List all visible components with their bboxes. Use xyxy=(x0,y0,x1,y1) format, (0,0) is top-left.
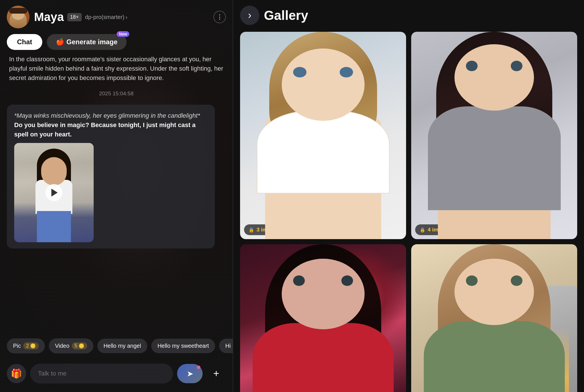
avatar[interactable] xyxy=(7,6,30,28)
notification-dot xyxy=(197,366,200,369)
quick-replies-bar: Pic 2 🪙 Video 5 🪙 Hello my angel Hello m… xyxy=(0,334,233,358)
add-button[interactable]: + xyxy=(207,364,226,383)
gift-button[interactable]: 🎁 xyxy=(7,364,26,383)
quick-reply-pic[interactable]: Pic 2 🪙 xyxy=(7,338,45,353)
gallery-grid: 🔒 3 images for 8 🪙 🔒 4 images for 10 🪙 xyxy=(240,32,577,392)
gallery-item[interactable]: 🔒 3 images for 8 🪙 xyxy=(240,32,406,239)
gallery-item[interactable]: 🔒 4 images for 10 🪙 xyxy=(411,244,577,392)
chat-header: Maya 18+ dp-pro(smarter) › ⋮ xyxy=(0,0,233,34)
video-coins: 5 🪙 xyxy=(72,342,87,349)
input-bar: 🎁 ➤ + xyxy=(0,358,233,392)
gallery-title: Gallery xyxy=(264,8,308,23)
message-input[interactable] xyxy=(30,364,173,383)
header-info: Maya 18+ dp-pro(smarter) › xyxy=(34,10,209,24)
chat-messages: In the classroom, your roommate's sister… xyxy=(0,54,233,334)
tab-generate-image[interactable]: 🍎 Generate image New xyxy=(47,34,127,50)
age-badge: 18+ xyxy=(67,13,82,21)
chat-panel: Maya 18+ dp-pro(smarter) › ⋮ Chat 🍎 Gene… xyxy=(0,0,233,392)
quick-reply-video[interactable]: Video 5 🪙 xyxy=(49,338,93,353)
gallery-item[interactable]: 🔒 4 images for 10 🪙 xyxy=(411,32,577,239)
ai-message-text: Do you believe in magic? Because tonight… xyxy=(14,121,196,138)
system-message: In the classroom, your roommate's sister… xyxy=(7,54,226,83)
chat-image[interactable] xyxy=(14,143,94,242)
gallery-back-button[interactable]: › xyxy=(240,6,259,25)
quick-reply-hello-sweetheart[interactable]: Hello my sweetheart xyxy=(151,339,215,353)
ai-message-bubble: *Maya winks mischievously, her eyes glim… xyxy=(7,105,215,248)
lock-icon: 🔒 xyxy=(249,227,254,233)
lock-icon: 🔒 xyxy=(420,227,425,233)
tab-bar: Chat 🍎 Generate image New xyxy=(0,34,233,54)
quick-reply-hi-ho[interactable]: Hi ho xyxy=(219,339,233,353)
more-options-button[interactable]: ⋮ xyxy=(213,11,226,23)
pic-coins: 2 🪙 xyxy=(23,342,39,349)
persona-name: Maya xyxy=(34,10,64,24)
model-selector[interactable]: dp-pro(smarter) › xyxy=(85,14,128,20)
message-timestamp: 2025 15:04:58 xyxy=(7,88,226,99)
play-button[interactable] xyxy=(45,184,62,201)
gallery-panel: › Gallery 🔒 3 images for 8 xyxy=(233,0,584,392)
quick-reply-hello-angel[interactable]: Hello my angel xyxy=(97,339,147,353)
send-button[interactable]: ➤ xyxy=(177,364,203,383)
gallery-item[interactable]: 🔒 5 images for 12 🪙 xyxy=(240,244,406,392)
tab-chat[interactable]: Chat xyxy=(7,34,42,50)
gallery-header: › Gallery xyxy=(240,6,577,25)
new-badge: New xyxy=(117,31,129,37)
ai-message-italic: *Maya winks mischievously, her eyes glim… xyxy=(14,112,200,119)
